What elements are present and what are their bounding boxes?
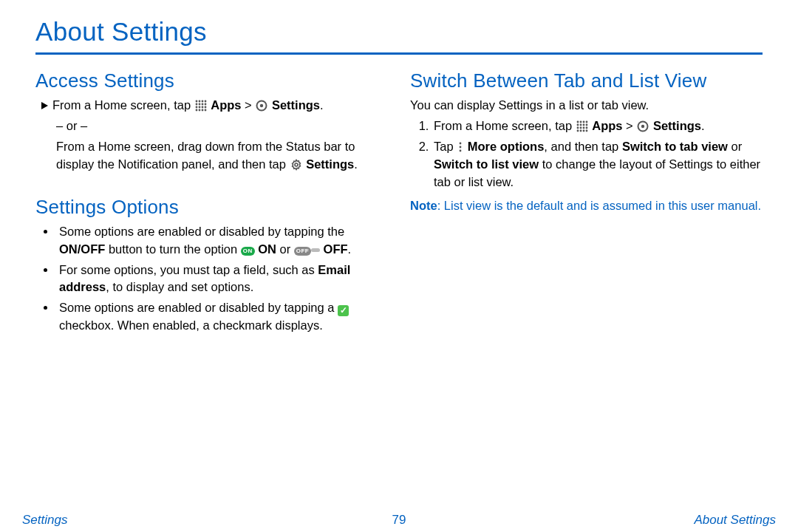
text: .: [320, 98, 324, 112]
left-column: Access Settings From a Home screen, tap …: [35, 62, 388, 338]
note-label: Note: [410, 199, 437, 212]
switch-to-tab-label: Switch to tab view: [622, 140, 728, 153]
text: Some options are enabled or disabled by …: [59, 301, 338, 314]
svg-point-31: [576, 130, 579, 132]
svg-point-0: [195, 100, 197, 103]
section-settings-options: Settings Options: [35, 196, 388, 219]
text: Tap: [434, 140, 457, 153]
text: >: [623, 119, 637, 132]
svg-point-25: [582, 124, 584, 126]
svg-point-13: [198, 109, 200, 112]
list-item: Some options are enabled or disabled by …: [56, 299, 388, 335]
svg-point-28: [579, 127, 582, 129]
svg-point-2: [201, 100, 203, 103]
text: , and then tap: [544, 140, 622, 153]
svg-point-30: [585, 127, 587, 129]
svg-point-38: [460, 146, 462, 148]
settings-gear-icon: [637, 120, 649, 132]
text: .: [348, 242, 352, 256]
svg-point-3: [204, 100, 206, 103]
off-label: OFF: [320, 242, 348, 256]
checkbox-checked-icon: ✓: [338, 305, 349, 316]
right-column: Switch Between Tab and List View You can…: [410, 62, 763, 338]
gear-outline-icon: [290, 159, 302, 171]
text: From a Home screen, tap: [434, 119, 576, 132]
section-switch-view: Switch Between Tab and List View: [410, 69, 763, 92]
svg-point-17: [260, 104, 263, 107]
svg-point-32: [579, 130, 582, 132]
text: .: [354, 157, 358, 171]
text: >: [242, 98, 256, 112]
list-item: Some options are enabled or disabled by …: [56, 223, 388, 259]
toggle-off-icon: OFF: [294, 247, 311, 256]
toggle-off-bar-icon: [311, 248, 320, 252]
svg-point-21: [582, 121, 584, 123]
text: or: [728, 140, 742, 153]
settings-options-list: Some options are enabled or disabled by …: [35, 223, 388, 335]
svg-point-36: [641, 125, 644, 128]
settings-label: Settings: [272, 98, 320, 112]
text: Some options are enabled or disabled by …: [59, 225, 344, 238]
settings-gear-icon: [256, 100, 267, 112]
svg-point-1: [198, 100, 200, 103]
svg-point-18: [295, 163, 298, 166]
more-options-icon: [457, 141, 463, 153]
svg-point-7: [204, 103, 206, 106]
on-label: ON: [255, 242, 276, 256]
switch-steps: From a Home screen, tap Apps > Settings.…: [410, 117, 763, 191]
svg-point-12: [195, 109, 197, 112]
page: About Settings Access Settings From a Ho…: [0, 0, 798, 502]
switch-to-list-label: Switch to list view: [434, 157, 539, 171]
svg-point-6: [201, 103, 203, 106]
settings-label: Settings: [306, 157, 354, 171]
svg-point-33: [582, 130, 584, 132]
apps-label: Apps: [592, 119, 622, 132]
svg-point-39: [460, 149, 462, 151]
onoff-label: ON/OFF: [59, 242, 105, 256]
svg-point-14: [201, 109, 203, 112]
access-step: From a Home screen, tap Apps > Settings.: [35, 97, 388, 115]
apps-label: Apps: [211, 98, 241, 112]
svg-point-11: [204, 106, 206, 109]
text: or: [276, 242, 294, 256]
text: For some options, you must tap a field, …: [59, 263, 318, 276]
list-item: From a Home screen, tap Apps > Settings.: [432, 117, 763, 135]
footer-page-number: 79: [0, 513, 798, 528]
note-text: : List view is the default and is assume…: [437, 199, 761, 212]
svg-point-10: [201, 106, 203, 109]
text: checkbox. When enabled, a checkmark disp…: [59, 318, 323, 332]
list-item: For some options, you must tap a field, …: [56, 262, 388, 297]
more-options-label: More options: [468, 140, 545, 153]
svg-point-37: [460, 142, 462, 144]
svg-point-4: [195, 103, 197, 106]
svg-point-34: [585, 130, 587, 132]
page-title: About Settings: [35, 17, 763, 47]
note: Note: List view is the default and is as…: [410, 197, 763, 215]
svg-point-27: [576, 127, 579, 129]
svg-point-20: [579, 121, 582, 123]
switch-intro: You can display Settings in a list or ta…: [410, 97, 763, 115]
svg-point-29: [582, 127, 584, 129]
text: .: [701, 119, 705, 132]
svg-point-24: [579, 124, 582, 126]
svg-point-26: [585, 124, 587, 126]
page-footer: Settings 79 About Settings: [0, 513, 798, 528]
title-rule: [35, 52, 763, 55]
svg-point-5: [198, 103, 200, 106]
text: From a Home screen, tap: [52, 98, 194, 112]
two-column-layout: Access Settings From a Home screen, tap …: [35, 62, 763, 338]
triangle-bullet-icon: [41, 102, 48, 109]
svg-point-19: [576, 121, 579, 123]
text: button to turn the option: [105, 242, 240, 256]
svg-point-23: [576, 124, 579, 126]
svg-point-9: [198, 106, 200, 109]
section-access-settings: Access Settings: [35, 69, 388, 92]
or-separator: – or –: [35, 117, 388, 135]
svg-point-15: [204, 109, 206, 112]
text: , to display and set options.: [106, 280, 253, 293]
access-alt-step: From a Home screen, drag down from the S…: [35, 138, 388, 174]
svg-point-8: [195, 106, 197, 109]
toggle-on-icon: ON: [241, 247, 255, 256]
settings-label: Settings: [653, 119, 701, 132]
apps-grid-icon: [576, 120, 588, 132]
